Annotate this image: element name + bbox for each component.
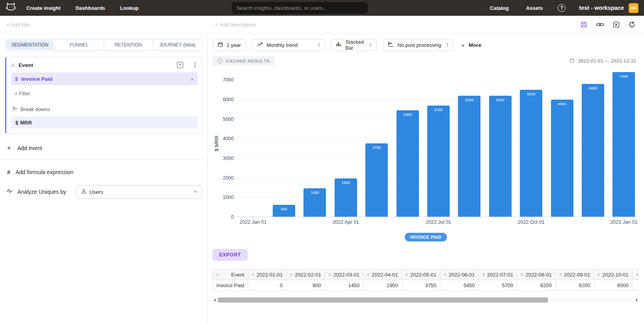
table-header-2022-04-01[interactable]: 2022-04-01 <box>363 269 402 280</box>
time-range-button[interactable]: 1 year <box>212 39 246 51</box>
tab-funnel-label: FUNNEL <box>56 40 103 50</box>
bar-2023-01-01[interactable]: 7400 <box>612 72 635 217</box>
sort-icon[interactable] <box>597 273 600 276</box>
bar-chart: $ MRR 01000200030004000500060007000 6001… <box>212 69 639 217</box>
add-event-button[interactable]: + Add event <box>5 144 202 152</box>
table-header-2022-02-01[interactable]: 2022-02-01 <box>287 269 325 280</box>
clear-insight-icon[interactable] <box>613 21 620 28</box>
remove-event-icon[interactable]: × <box>190 76 194 82</box>
bar-2022-09-01[interactable]: 6200 <box>489 96 512 217</box>
table-header-event[interactable]: Event <box>213 269 248 280</box>
tab-journey[interactable]: JOURNEY (beta) <box>153 39 202 50</box>
sort-icon[interactable] <box>521 273 523 276</box>
sort-icon[interactable] <box>636 273 638 276</box>
results-table-wrap: Event2022-01-012022-02-012022-03-012022-… <box>212 269 639 291</box>
table-cell: 600 <box>287 280 325 291</box>
tab-retention[interactable]: RETENTION <box>104 39 153 50</box>
tab-funnel[interactable]: FUNNEL <box>55 39 104 50</box>
table-header-2022-11-01[interactable]: 2022-11-01 <box>632 269 639 280</box>
breakdowns-button[interactable]: Break downs <box>13 106 198 112</box>
table-cell: Invoice Paid <box>213 280 248 291</box>
save-icon[interactable] <box>581 21 587 28</box>
gridline <box>238 80 639 80</box>
sort-icon[interactable] <box>406 273 408 276</box>
event-menu-icon[interactable]: ⋮ <box>192 62 198 68</box>
analyze-uniques-select[interactable]: Users <box>76 185 202 199</box>
table-header-2022-10-01[interactable]: 2022-10-01 <box>594 269 633 280</box>
selected-event[interactable]: $ Invoice Paid × <box>11 72 198 85</box>
sort-icon[interactable] <box>329 273 331 276</box>
table-header-2022-07-01[interactable]: 2022-07-01 <box>478 269 517 280</box>
add-filter-button[interactable]: + Filter <box>15 91 198 97</box>
nav-dashboards[interactable]: Dashboards <box>76 5 105 11</box>
copy-link-icon[interactable] <box>596 21 604 28</box>
table-header-2022-01-01[interactable]: 2022-01-01 <box>248 269 287 280</box>
person-icon <box>81 188 86 195</box>
search-input[interactable] <box>232 2 368 14</box>
date-range-display[interactable]: 2022-01-01 — 2022-12-31 <box>570 58 639 64</box>
bar-chart-icon <box>336 42 342 48</box>
nav-assets[interactable]: Assets <box>526 5 543 11</box>
event-group-header: A. Event + ⋮ <box>11 62 198 68</box>
legend-invoice-paid[interactable]: INVOICE PAID <box>405 233 447 241</box>
bar-2022-05-01[interactable]: 3750 <box>365 143 388 217</box>
breakdown-value[interactable]: $ MRR <box>11 117 198 128</box>
nav-create-insight[interactable]: Create insight <box>26 5 61 11</box>
breakdown-value-name: MRR <box>20 120 32 126</box>
add-description-field[interactable]: + Add description <box>208 22 581 28</box>
bar-value-label: 7400 <box>612 74 635 78</box>
table-cell: 3750 <box>402 280 440 291</box>
table-header-label: 2022-03-01 <box>333 272 360 278</box>
scroll-right-arrow[interactable] <box>635 297 639 303</box>
bar-2022-02-01[interactable]: 600 <box>273 205 295 217</box>
app-logo[interactable] <box>6 2 16 13</box>
nav-catalog[interactable]: Catalog <box>490 5 509 11</box>
add-formula-button[interactable]: # Add formula expression <box>5 169 202 175</box>
table-header-2022-05-01[interactable]: 2022-05-01 <box>402 269 440 280</box>
bar-value-label: 5450 <box>396 112 419 117</box>
post-processing-value: No post processing <box>397 42 441 48</box>
scroll-left-arrow[interactable] <box>212 297 217 303</box>
help-icon[interactable]: ? <box>558 4 566 12</box>
bar-2022-07-01[interactable]: 5700 <box>427 106 450 217</box>
more-button[interactable]: + More <box>461 42 481 48</box>
table-header-2022-08-01[interactable]: 2022-08-01 <box>517 269 556 280</box>
bar-2022-12-01[interactable]: 6800 <box>582 84 604 217</box>
bar-2022-11-01[interactable]: 6000 <box>551 100 573 217</box>
scrollbar-thumb[interactable] <box>218 297 548 303</box>
sort-icon[interactable] <box>252 273 254 276</box>
post-processing-select[interactable]: No post processing <box>383 39 454 51</box>
bar-2022-03-01[interactable]: 1450 <box>303 188 326 217</box>
sort-icon[interactable] <box>444 273 446 276</box>
info-icon: i <box>217 58 222 63</box>
nav-lookup[interactable]: Lookup <box>120 5 139 11</box>
export-button[interactable]: EXPORT <box>212 249 248 261</box>
tab-segmentation[interactable]: SEGMENTATION <box>6 39 55 50</box>
table-header-2022-06-01[interactable]: 2022-06-01 <box>440 269 479 280</box>
tab-segmentation-label: SEGMENTATION <box>6 40 54 50</box>
bar-2022-08-01[interactable]: 6200 <box>458 96 480 217</box>
sort-icon[interactable] <box>559 273 562 276</box>
table-header-label: 2022-04-01 <box>372 272 398 278</box>
scrollbar-track[interactable] <box>217 297 635 303</box>
add-title-field[interactable]: + Add title <box>0 22 208 28</box>
bar-2022-10-01[interactable]: 6500 <box>520 90 542 217</box>
sort-icon[interactable] <box>367 273 369 276</box>
table-header-2022-03-01[interactable]: 2022-03-01 <box>325 269 363 280</box>
calendar-icon <box>218 42 223 48</box>
trend-select[interactable]: Monthly trend <box>252 39 325 51</box>
table-header-2022-09-01[interactable]: 2022-09-01 <box>555 269 594 280</box>
bar-2022-06-01[interactable]: 5450 <box>396 110 419 217</box>
workspace-name[interactable]: test - workspace <box>579 5 624 11</box>
event-group-title: Event <box>19 62 33 68</box>
avatar[interactable]: AA <box>629 3 638 13</box>
refresh-icon[interactable] <box>629 21 635 28</box>
table-header-label: 2022-05-01 <box>410 272 437 278</box>
duplicate-event-icon[interactable]: + <box>177 62 183 68</box>
sort-icon[interactable] <box>216 273 219 276</box>
sort-icon[interactable] <box>482 273 485 276</box>
bar-value-label: 6800 <box>582 86 604 90</box>
chart-type-select[interactable]: Stacked Bar <box>331 39 377 51</box>
sort-icon[interactable] <box>290 273 292 276</box>
bar-2022-04-01[interactable]: 1950 <box>335 178 357 217</box>
